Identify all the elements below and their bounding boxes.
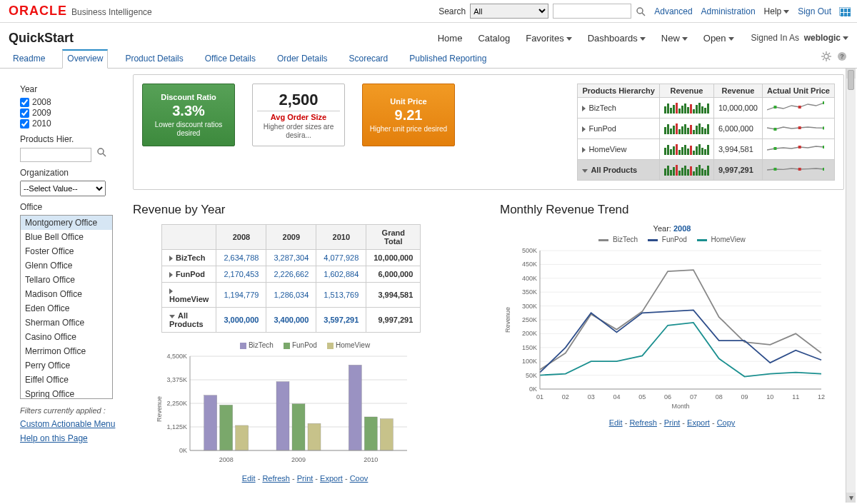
menu-new[interactable]: New	[661, 33, 688, 44]
list-item[interactable]: Perry Office	[21, 358, 112, 373]
revenue-by-year-section: Revenue by Year 2008 2009 2010 Grand Tot…	[133, 203, 477, 483]
tab-office-details[interactable]: Office Details	[201, 51, 260, 68]
list-item[interactable]: Merrimon Office	[21, 344, 112, 358]
svg-text:08: 08	[716, 393, 723, 400]
list-item[interactable]: Tellaro Office	[21, 273, 112, 287]
list-item[interactable]: Glenn Office	[21, 258, 112, 273]
tab-order-details[interactable]: Order Details	[273, 51, 332, 68]
print-link[interactable]: Print	[664, 418, 681, 427]
tab-overview[interactable]: Overview	[62, 49, 108, 69]
page-title: QuickStart	[9, 31, 74, 46]
search-icon[interactable]	[96, 147, 106, 157]
products-hier-input[interactable]	[20, 148, 91, 162]
svg-rect-42	[276, 382, 289, 450]
organization-select[interactable]: --Select Value--	[20, 181, 106, 196]
help-menu[interactable]: Help	[764, 6, 790, 16]
table-row[interactable]: HomeView3,994,581	[578, 139, 835, 160]
menu-catalog[interactable]: Catalog	[478, 33, 510, 44]
vertical-scrollbar[interactable]: ▴ ▾	[846, 69, 856, 503]
svg-text:2009: 2009	[291, 456, 306, 463]
tab-product-details[interactable]: Product Details	[121, 51, 187, 68]
kpi-avg-order-size[interactable]: 2,500 Avg Order Size Higher order sizes …	[252, 84, 345, 146]
user-menu[interactable]: weblogic	[804, 33, 848, 43]
svg-text:04: 04	[613, 393, 620, 400]
scroll-thumb[interactable]	[848, 70, 854, 90]
scroll-down-button[interactable]: ▾	[846, 493, 856, 503]
table-row[interactable]: HomeView1,194,7791,286,0341,513,7693,994…	[162, 283, 421, 308]
brand-suffix: Business Intelligence	[71, 7, 152, 17]
advanced-link[interactable]: Advanced	[654, 6, 692, 16]
svg-text:0K: 0K	[179, 447, 187, 454]
svg-rect-38	[204, 395, 217, 450]
year-label: 2010	[32, 119, 51, 128]
monthly-trend-chart[interactable]: 0K50K100K150K200K250K300K350K400K450K500…	[500, 246, 828, 410]
svg-line-14	[103, 153, 106, 156]
table-row[interactable]: BizTech2,634,7883,287,3044,077,92810,000…	[162, 250, 421, 266]
search-icon[interactable]	[636, 6, 646, 16]
svg-text:150K: 150K	[522, 344, 537, 351]
edit-link[interactable]: Edit	[609, 418, 623, 427]
menu-favorites[interactable]: Favorites	[526, 33, 571, 44]
table-row-all-products[interactable]: All Products 3,000,000 3,400,000 3,597,2…	[162, 308, 421, 333]
list-item[interactable]: Sherman Office	[21, 316, 112, 330]
table-row[interactable]: FunPod6,000,000	[578, 119, 835, 139]
menu-open[interactable]: Open	[703, 33, 734, 44]
list-item[interactable]: Eden Office	[21, 301, 112, 316]
menu-home[interactable]: Home	[438, 33, 463, 44]
svg-text:0K: 0K	[529, 385, 537, 393]
administration-link[interactable]: Administration	[701, 6, 756, 16]
svg-text:350K: 350K	[522, 288, 537, 296]
help-on-page-link[interactable]: Help on this Page	[20, 433, 121, 443]
refresh-link[interactable]: Refresh	[629, 418, 657, 427]
list-item[interactable]: Montgomery Office	[21, 216, 112, 230]
export-link[interactable]: Export	[320, 474, 343, 483]
list-item[interactable]: Foster Office	[21, 244, 112, 258]
tabbar: Readme Overview Product Details Office D…	[0, 49, 857, 69]
section-title: Revenue by Year	[133, 203, 477, 217]
office-list[interactable]: Montgomery OfficeBlue Bell OfficeFoster …	[20, 215, 113, 399]
table-row-all-products[interactable]: All Products 9,997,291	[578, 160, 835, 181]
year-2010-checkbox[interactable]	[20, 119, 29, 128]
svg-rect-17	[823, 101, 824, 104]
year-2008-checkbox[interactable]	[20, 98, 29, 107]
menu-dashboards[interactable]: Dashboards	[588, 33, 646, 44]
svg-rect-44	[308, 423, 321, 450]
chevron-down-icon	[783, 10, 789, 14]
refresh-link[interactable]: Refresh	[262, 474, 290, 483]
table-row[interactable]: BizTech10,000,000	[578, 98, 835, 119]
apps-icon[interactable]	[840, 6, 850, 16]
svg-line-9	[823, 59, 824, 60]
year-label: 2009	[32, 108, 51, 118]
svg-text:300K: 300K	[522, 303, 537, 310]
svg-text:2,250K: 2,250K	[166, 400, 187, 407]
list-item[interactable]: Eiffel Office	[21, 373, 112, 387]
gear-icon[interactable]	[821, 51, 831, 64]
kpi-discount-ratio[interactable]: Discount Ratio 3.3% Lower discount ratio…	[142, 84, 235, 146]
svg-text:?: ?	[840, 53, 844, 60]
list-item[interactable]: Blue Bell Office	[21, 230, 112, 244]
search-input[interactable]	[553, 4, 631, 19]
revenue-bar-chart[interactable]: 0K1,125K2,250K3,375K4,500KRevenue2008200…	[154, 352, 411, 466]
custom-actionable-menu-link[interactable]: Custom Actionable Menu	[20, 419, 121, 429]
copy-link[interactable]: Copy	[717, 418, 736, 427]
print-link[interactable]: Print	[297, 474, 314, 483]
svg-text:2008: 2008	[219, 456, 234, 463]
list-item[interactable]: Spring Office	[21, 387, 112, 399]
kpi-unit-price[interactable]: Unit Price 9.21 Higher unit price desire…	[362, 84, 455, 146]
edit-link[interactable]: Edit	[242, 474, 256, 483]
svg-text:05: 05	[638, 393, 646, 400]
help-icon[interactable]: ?	[837, 51, 847, 64]
tab-published-reporting[interactable]: Published Reporting	[405, 51, 491, 68]
copy-link[interactable]: Coov	[350, 474, 369, 483]
list-item[interactable]: Madison Office	[21, 287, 112, 301]
table-row[interactable]: FunPod2,170,4532,226,6621,602,8846,000,0…	[162, 266, 421, 283]
svg-rect-21	[773, 147, 776, 150]
signout-link[interactable]: Sign Out	[798, 6, 831, 16]
tab-readme[interactable]: Readme	[9, 51, 49, 68]
trend-year-link[interactable]: 2008	[673, 224, 691, 233]
year-2009-checkbox[interactable]	[20, 109, 29, 118]
export-link[interactable]: Export	[687, 418, 710, 427]
tab-scorecard[interactable]: Scorecard	[345, 51, 393, 68]
search-scope-select[interactable]: All	[470, 4, 548, 19]
list-item[interactable]: Casino Office	[21, 330, 112, 344]
